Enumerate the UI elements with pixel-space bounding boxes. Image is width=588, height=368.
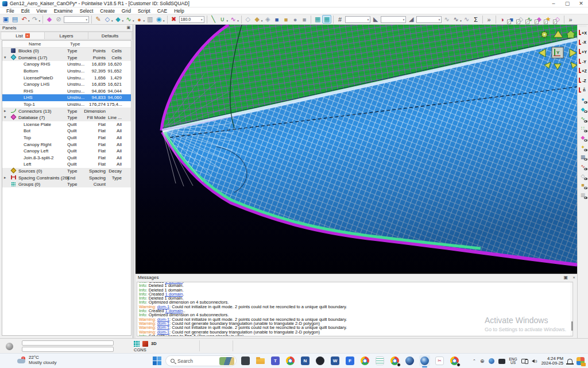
scrollbar-thumb[interactable] [571,321,573,331]
list-item-top[interactable]: TopQuiltFlatAll [2,135,131,141]
expand-arrow-icon[interactable]: ▸ [4,175,9,180]
taskbar-app-fapp[interactable]: F [345,355,355,366]
view-minus-y-button[interactable]: -Y [578,57,588,67]
toggle-show-blocks-button[interactable]: ■ [578,181,588,191]
menu-help[interactable]: Help [171,7,187,14]
block-structured-button[interactable]: ■ [272,15,281,24]
view-normal-button[interactable]: n̂ [578,86,588,95]
taskbar-app-sphere[interactable] [404,355,415,366]
solve-connector-button[interactable]: ∿✓ [525,15,535,24]
list-item-canopy-lhs[interactable]: Canopy LHSUnstru...16,83516,621 [2,81,131,88]
conn-split-button[interactable]: ∿ [462,15,471,24]
expand-arrow-icon[interactable]: ▸ [4,109,9,113]
db-solid-button[interactable]: ◆ [253,15,262,24]
unlink-button[interactable]: ⊘ [54,15,63,24]
snapshot-button[interactable]: ▥ [145,15,154,24]
render-style-button[interactable]: ● [135,15,144,24]
taskbar-app-fapp-blue[interactable]: N [300,355,311,366]
menu-create[interactable]: Create [96,7,118,14]
db-surface-button[interactable]: ◇ [243,15,253,24]
connector-style-button[interactable]: ∿ [124,15,133,24]
list-item-canopy-left[interactable]: Canopy LeftQuiltFlatAll [2,148,131,155]
toggle-show-database-button[interactable]: ◆ [578,133,588,143]
taskbar-app-teams[interactable]: T [270,355,281,366]
collapse-arrow-icon[interactable]: ▾ [4,115,9,120]
messages-scrollbar[interactable] [571,282,574,336]
entity-combo[interactable]: ▾ [64,16,89,23]
list-item-canopy-right[interactable]: Canopy RightQuiltFlatAll [2,141,131,148]
taskbar-app-chrome-profile[interactable] [389,355,400,366]
list-item-rhs[interactable]: RHSUnstru...94,80694,044 [2,88,131,95]
block-revolve-button[interactable]: ● [291,15,300,24]
toggle-show-domains-button[interactable]: ◆ [578,105,588,114]
close-button[interactable]: ✕ [574,0,588,7]
create-spline-button[interactable]: ∿ [229,15,238,24]
list-item-licenseplated[interactable]: LicensePlateDUnstru...1,6561,429 [2,74,131,81]
spacing-begin-combo[interactable]: ▾ [381,16,406,23]
view-minus-x-button[interactable]: -X [578,38,588,48]
draw-style-button[interactable]: ✎ [94,15,103,24]
solve-database-button[interactable]: ◆✓ [535,15,544,24]
toggle-show-quilts-button[interactable]: ◇ [578,171,588,181]
taskbar-app-explorer[interactable] [255,355,266,366]
toggle-show-connectors-button[interactable]: ∿ [578,114,588,124]
view-cube[interactable]: Y [552,47,563,58]
block-assemble-button[interactable]: ■ [300,15,309,24]
start-button[interactable] [153,356,161,365]
solve-source-button[interactable]: ★✓ [544,15,553,24]
copy-button[interactable]: ▤ [10,15,20,24]
list-item-groups-0-[interactable]: Groups (0)TypeCount [2,181,131,188]
list-item-domains-1-7-[interactable]: ▾Domains (1/7)TypePointsCells [2,55,131,62]
m365-icon[interactable] [577,357,585,365]
restore-button[interactable]: ▢ [560,0,574,7]
menu-script[interactable]: Script [134,7,154,14]
view-plus-y-button[interactable]: +Y [578,47,588,57]
list-item-join-8-3-split-2[interactable]: Join.8-3-split-2QuiltFlatAll [2,155,131,162]
redo-button[interactable]: ↷ [30,15,40,24]
list-item-license-plate[interactable]: License PlateQuiltFlatAll [2,121,131,128]
column-type[interactable]: Type [70,41,80,47]
list-item-bottom[interactable]: BottomUnstru...92,39591,652 [2,68,131,75]
taskbar-app-chrome[interactable] [285,355,296,366]
clock[interactable]: 4:24 PM2024-09-25 [541,356,563,366]
angle-combo[interactable]: 180.0▾ [179,16,204,23]
tray-overflow-chevron[interactable]: ⌃ [473,359,476,363]
list-item-database-7-[interactable]: ▾Database (7)TypeFill ModeLine ... [2,114,131,121]
notifications-icon[interactable] [567,359,572,364]
sum-dimension-button[interactable]: Σ [471,15,481,24]
toolbar-overflow-1-button[interactable]: » [485,15,494,24]
combo-arrow-icon[interactable]: ▾ [403,18,405,21]
toggle-show-spacings-button[interactable]: ▦ [578,152,588,162]
column-name[interactable]: Name [29,41,41,47]
conn-join-button[interactable]: ∿ [451,15,461,24]
menu-edit[interactable]: Edit [18,7,33,14]
toggle-show-all-button[interactable]: ● [578,95,588,105]
taskbar-app-chrome-badge[interactable] [449,355,460,366]
list-item-top-1[interactable]: Top-1Unstru...176,274175,4... [2,101,131,108]
minimize-button[interactable]: – [547,0,560,7]
shade-style-button[interactable]: ◆ [114,15,123,24]
conn-distribute-button[interactable]: ∿ [442,15,451,24]
spacing-end-button[interactable]: ◢ [407,15,416,24]
combo-arrow-icon[interactable]: ▾ [201,18,203,21]
tray-globe-icon[interactable]: ⊕ [480,358,485,364]
dimension-button[interactable]: # [335,15,345,24]
grid-unstructured-button[interactable]: ▦ [322,15,331,24]
grid-structured-button[interactable]: ▦ [313,15,322,24]
taskbar-app-console[interactable] [240,355,251,366]
view-plus-z-button[interactable]: +Z [578,66,588,76]
tab-layers[interactable]: Layers [45,32,88,40]
tray-onedrive-icon[interactable] [489,358,494,364]
taskbar-app-word[interactable]: W [330,355,341,366]
spacing-begin-button[interactable]: ◣ [371,15,380,24]
db-quilt-button[interactable]: ◈ [263,15,272,24]
list-item-connectors-13-[interactable]: ▸Connectors (13)TypeDimension [2,108,131,114]
solve-quilt-button[interactable]: ◇✓ [553,15,562,24]
mask-view-button[interactable]: ◉ [154,15,164,24]
combo-arrow-icon[interactable]: ▾ [86,18,88,21]
taskbar-app-list[interactable] [374,355,385,366]
view-minus-z-button[interactable]: -Z [578,76,588,86]
menu-view[interactable]: View [33,7,50,14]
combo-arrow-icon[interactable]: ▾ [439,18,440,21]
toggle-show-sources-button[interactable]: ✦ [578,143,588,152]
